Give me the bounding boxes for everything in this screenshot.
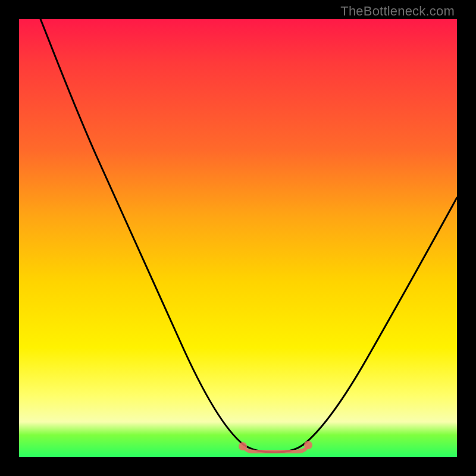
chart-plot-area: [19, 19, 457, 457]
valley-highlight-left-knob: [239, 442, 247, 450]
curve-path: [40, 19, 457, 452]
valley-highlight: [240, 444, 309, 453]
watermark-text: TheBottleneck.com: [340, 4, 455, 19]
chart-frame: TheBottleneck.com: [0, 0, 476, 476]
bottleneck-curve: [19, 19, 457, 457]
valley-highlight-right-knob: [304, 441, 312, 449]
